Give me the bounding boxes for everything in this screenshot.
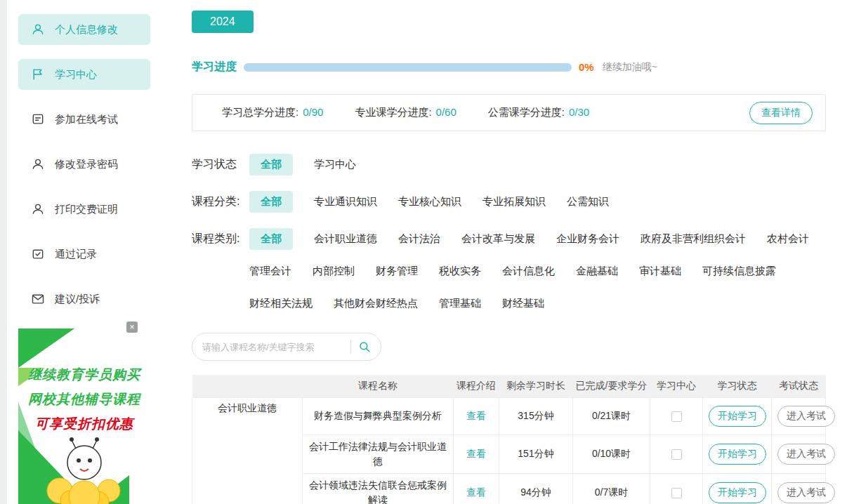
filter-option[interactable]: 财经相关法规 xyxy=(249,293,313,314)
study-center-cell xyxy=(650,435,703,473)
table-header-row: 课程名称课程介绍剩余学习时长已完成/要求学分学习中心学习状态考试状态 xyxy=(192,375,826,397)
column-header: 考试状态 xyxy=(772,375,826,397)
sidebar-item-2[interactable]: 学习中心 xyxy=(18,59,150,90)
filter-option[interactable]: 农村会计 xyxy=(767,228,809,250)
filter-option[interactable]: 内部控制 xyxy=(313,260,355,282)
credits-cell: 0/21课时 xyxy=(573,397,650,435)
view-details-button[interactable]: 查看详情 xyxy=(749,102,813,124)
remaining-duration-cell: 151分钟 xyxy=(499,435,573,473)
sidebar-item-label: 修改登录密码 xyxy=(55,158,118,171)
filter-row-2: 课程分类:全部专业通识知识专业核心知识专业拓展知识公需知识 xyxy=(192,191,826,213)
promo-line: 继续教育学员购买 xyxy=(18,362,150,387)
sidebar-item-3[interactable]: 参加在线考试 xyxy=(18,104,150,135)
year-tab-2024[interactable]: 2024 xyxy=(192,11,254,33)
credit-label: 专业课学分进度: xyxy=(355,106,431,118)
sidebar-item-label: 打印交费证明 xyxy=(55,203,118,216)
filter-option[interactable]: 专业拓展知识 xyxy=(482,191,546,213)
course-name-cell: 会计领域违法失信联合惩戒案例解读 xyxy=(303,473,454,504)
filter-label: 课程分类: xyxy=(192,191,249,209)
enter-exam-button[interactable]: 进入考试 xyxy=(777,406,835,427)
search-input[interactable] xyxy=(202,342,343,352)
close-icon[interactable]: × xyxy=(126,321,138,333)
filter-option[interactable]: 管理基础 xyxy=(439,293,481,314)
filter-option[interactable]: 全部 xyxy=(249,191,293,213)
filter-option[interactable]: 可持续信息披露 xyxy=(702,260,776,282)
enter-exam-button[interactable]: 进入考试 xyxy=(777,444,835,465)
filter-option[interactable]: 企业财务会计 xyxy=(556,228,619,250)
filter-option[interactable]: 全部 xyxy=(249,228,293,250)
credit-value: 0/90 xyxy=(303,106,323,118)
study-status-cell: 开始学习 xyxy=(703,435,772,473)
study-status-cell: 开始学习 xyxy=(703,473,772,504)
enter-exam-button[interactable]: 进入考试 xyxy=(777,482,835,503)
course-select-checkbox[interactable] xyxy=(671,449,682,460)
filter-option[interactable]: 公需知识 xyxy=(567,191,609,213)
filter-option[interactable]: 专业核心知识 xyxy=(398,191,461,213)
filter-option[interactable]: 全部 xyxy=(249,154,293,175)
promo-banner: × 继续教育学员购买网校其他辅导课程可享受折扣优惠 xyxy=(18,329,150,504)
filter-option[interactable]: 财务管理 xyxy=(376,260,418,282)
course-category-cell: 会计职业道德 xyxy=(192,397,303,504)
sidebar-item-4[interactable]: 修改登录密码 xyxy=(18,149,150,180)
start-study-button[interactable]: 开始学习 xyxy=(709,482,766,503)
filter-options: 全部学习中心 xyxy=(249,154,826,175)
filter-option[interactable]: 学习中心 xyxy=(314,154,356,175)
sidebar-item-label: 建议/投诉 xyxy=(55,293,100,306)
study-center-cell xyxy=(650,397,703,435)
promo-line: 网校其他辅导课程 xyxy=(18,387,150,411)
view-link[interactable]: 查看 xyxy=(466,448,486,459)
record-check-icon xyxy=(31,247,45,261)
study-center-cell xyxy=(650,473,703,504)
course-table: 课程名称课程介绍剩余学习时长已完成/要求学分学习中心学习状态考试状态 会计职业道… xyxy=(192,375,826,504)
course-intro-cell: 查看 xyxy=(454,473,499,504)
left-gutter xyxy=(0,0,7,504)
sidebar-item-5[interactable]: 打印交费证明 xyxy=(18,194,150,225)
exam-status-cell: 进入考试 xyxy=(772,397,826,435)
filter-option[interactable]: 政府及非营利组织会计 xyxy=(640,228,746,250)
view-link[interactable]: 查看 xyxy=(466,486,486,498)
filter-option[interactable]: 会计法治 xyxy=(398,228,440,250)
column-header: 课程介绍 xyxy=(454,375,499,397)
start-study-button[interactable]: 开始学习 xyxy=(709,406,766,427)
filter-option[interactable]: 财经基础 xyxy=(502,293,544,314)
sidebar-item-6[interactable]: 通过记录 xyxy=(18,239,150,270)
course-select-checkbox[interactable] xyxy=(671,488,682,498)
column-header: 已完成/要求学分 xyxy=(573,375,650,397)
filter-label: 学习状态 xyxy=(192,154,249,172)
credit-label: 公需课学分进度: xyxy=(488,106,565,118)
sidebar-item-7[interactable]: 建议/投诉 xyxy=(18,284,150,314)
column-header: 课程名称 xyxy=(303,375,454,397)
filter-option[interactable]: 会计职业道德 xyxy=(314,228,377,250)
bee-mascot-illustration xyxy=(28,430,140,504)
start-study-button[interactable]: 开始学习 xyxy=(709,444,766,465)
filter-option[interactable]: 金融基础 xyxy=(576,260,618,282)
filter-option[interactable]: 其他财会财经热点 xyxy=(334,293,418,314)
person-icon xyxy=(31,157,45,171)
column-header: 学习状态 xyxy=(703,375,772,397)
exam-status-cell: 进入考试 xyxy=(772,473,826,504)
credit-progress-item: 公需课学分进度:0/30 xyxy=(488,106,589,119)
exam-status-cell: 进入考试 xyxy=(772,435,826,473)
sidebar-item-1[interactable]: 个人信息修改 xyxy=(18,14,150,45)
progress-percent: 0% xyxy=(579,61,594,73)
view-link[interactable]: 查看 xyxy=(466,410,486,421)
filter-option[interactable]: 会计信息化 xyxy=(502,260,555,282)
filter-option[interactable]: 税收实务 xyxy=(439,260,481,282)
filter-option[interactable]: 专业通识知识 xyxy=(314,191,377,213)
sidebar-item-label: 个人信息修改 xyxy=(55,23,118,37)
filter-options: 全部专业通识知识专业核心知识专业拓展知识公需知识 xyxy=(249,191,826,213)
promo-banner-body[interactable]: 继续教育学员购买网校其他辅导课程可享受折扣优惠 xyxy=(18,329,150,504)
course-name-cell: 财务造假与舞弊典型案例分析 xyxy=(303,397,454,435)
filter-option[interactable]: 会计改革与发展 xyxy=(461,228,535,250)
category-header-empty xyxy=(192,375,303,397)
course-select-checkbox[interactable] xyxy=(671,411,682,422)
filter-row-1: 学习状态全部学习中心 xyxy=(192,154,826,175)
sidebar-item-label: 参加在线考试 xyxy=(55,113,118,126)
main-content: 2024 学习进度 0% 继续加油哦~ 学习总学分进度:0/90专业课学分进度:… xyxy=(162,0,854,504)
person-icon xyxy=(31,202,45,216)
filter-option[interactable]: 管理会计 xyxy=(249,260,291,282)
progress-bar xyxy=(244,63,572,72)
sidebar-item-label: 学习中心 xyxy=(55,68,97,81)
search-icon[interactable] xyxy=(358,340,371,353)
filter-option[interactable]: 审计基础 xyxy=(639,260,681,282)
